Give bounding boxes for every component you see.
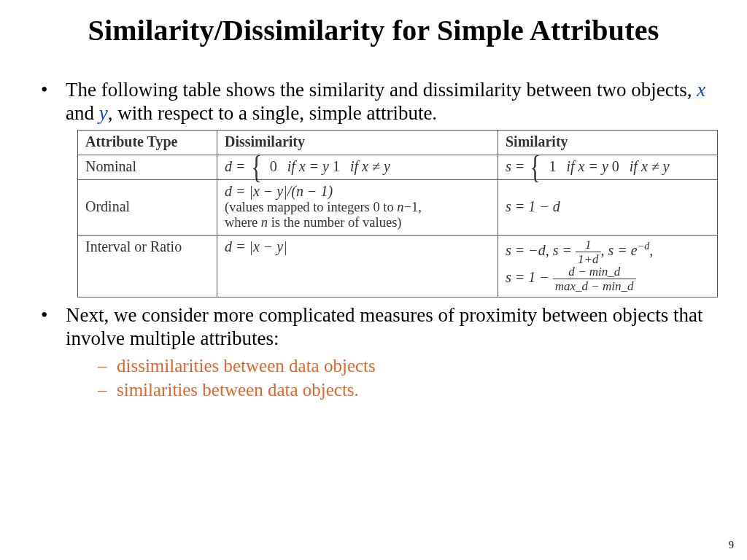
ordinal-d-formula: d = |x − y|/(n − 1) [225, 183, 490, 200]
interval-sim-seg1: s = −d, s = [506, 242, 576, 258]
row-nominal: Nominal d = { 0if x = y 1if x ≠ y s = [78, 155, 718, 179]
fraction-icon: 11+d [576, 238, 600, 265]
nominal-s-eq: s = [506, 158, 525, 175]
frac2-num: d − min_d [553, 265, 636, 279]
cell-interval-attr: Interval or Ratio [78, 235, 217, 297]
nominal-d0-cond: if x = y [277, 158, 329, 174]
cell-nominal-diss: d = { 0if x = y 1if x ≠ y [217, 155, 498, 179]
brace-icon: { [530, 160, 541, 176]
interval-sim-line2-pre: s = 1 − [506, 269, 553, 285]
cell-ordinal-diss: d = |x − y|/(n − 1) (values mapped to in… [217, 179, 498, 235]
th-attr: Attribute Type [78, 130, 217, 155]
var-y: y [99, 102, 108, 124]
nominal-s1-cond: if x = y [556, 158, 608, 174]
fraction-icon: d − min_dmax_d − min_d [553, 265, 636, 292]
bullet-next: Next, we consider more complicated measu… [41, 303, 728, 402]
row-interval: Interval or Ratio d = |x − y| s = −d, s … [78, 235, 718, 297]
similarity-table: Attribute Type Dissimilarity Similarity … [77, 130, 718, 298]
nominal-d0: 0 [270, 158, 277, 174]
nominal-s1: 1 [549, 158, 556, 174]
ordinal-note-2c: is the number of values) [268, 215, 401, 230]
ordinal-note-2: where n is the number of values) [225, 215, 490, 230]
ordinal-note-1b: n [397, 200, 403, 214]
ordinal-note-2b: n [261, 215, 268, 230]
frac1-num: 1 [576, 238, 600, 252]
interval-sim-seg3: , [649, 242, 653, 258]
nominal-s0-cond: if x ≠ y [619, 158, 670, 174]
page-number: 9 [729, 540, 734, 551]
sub-bullet-sim: similarities between data objects. [98, 378, 728, 402]
var-x: x [697, 79, 705, 101]
bullet-intro: The following table shows the similarity… [41, 78, 728, 125]
bullet-next-text: Next, we consider more complicated measu… [66, 304, 703, 349]
slide-title: Similarity/Dissimilarity for Simple Attr… [19, 13, 728, 47]
bullet-intro-pre: The following table shows the similarity… [66, 79, 697, 101]
nominal-s0: 0 [612, 158, 619, 174]
row-ordinal: Ordinal d = |x − y|/(n − 1) (values mapp… [78, 179, 718, 235]
interval-sim-seg2: , s = e [601, 242, 638, 258]
ordinal-note-2a: where [225, 215, 261, 230]
ordinal-note-1a: (values mapped to integers 0 to [225, 200, 397, 214]
cell-ordinal-attr: Ordinal [78, 179, 217, 235]
cell-nominal-attr: Nominal [78, 155, 217, 179]
frac2-den: max_d − min_d [553, 279, 636, 292]
nominal-d1-cond: if x ≠ y [340, 158, 390, 174]
ordinal-note-1c: −1, [404, 200, 422, 214]
bullet-intro-post: , with respect to a single, simple attri… [108, 102, 437, 124]
cell-interval-diss: d = |x − y| [217, 235, 498, 297]
bullet-intro-mid: and [66, 102, 99, 124]
cell-nominal-sim: s = { 1if x = y 0if x ≠ y [498, 155, 718, 179]
cell-interval-sim: s = −d, s = 11+d, s = e−d, s = 1 − d − m… [498, 235, 718, 297]
sub-bullet-dissim: dissimilarities between data objects [98, 354, 728, 378]
frac1-den: 1+d [576, 252, 600, 265]
nominal-d1: 1 [333, 158, 340, 174]
ordinal-note-1: (values mapped to integers 0 to n−1, [225, 200, 490, 215]
cell-ordinal-sim: s = 1 − d [498, 179, 718, 235]
brace-icon: { [251, 160, 262, 176]
interval-sim-exp: −d [638, 241, 649, 252]
nominal-d-eq: d = [225, 158, 246, 175]
